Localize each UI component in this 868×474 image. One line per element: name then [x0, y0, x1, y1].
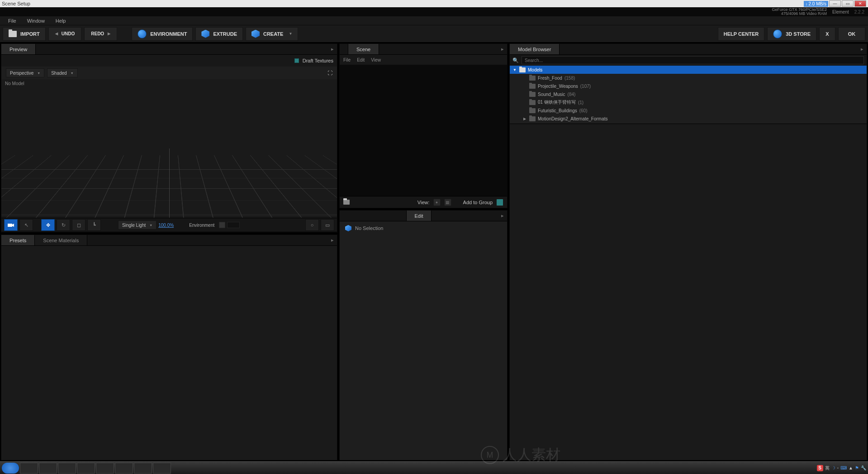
shading-mode-dropdown[interactable]: Shaded ▼: [47, 68, 77, 77]
tray-icon[interactable]: ▲: [849, 465, 853, 470]
tab-presets[interactable]: Presets: [1, 235, 35, 245]
taskbar-item[interactable]: [134, 463, 152, 474]
anchor-tool[interactable]: ┗: [87, 219, 101, 231]
tab-model-browser[interactable]: Model Browser: [510, 44, 560, 54]
minimize-button[interactable]: —: [829, 0, 841, 7]
help-center-button[interactable]: HELP CENTER: [718, 27, 764, 41]
viewport-3d[interactable]: No Model: [1, 79, 337, 218]
panel-expand-icon[interactable]: ▸: [328, 235, 337, 245]
scene-menu-file[interactable]: File: [343, 57, 351, 62]
zoom-value[interactable]: 100.0%: [158, 223, 174, 228]
view-mode-1-icon[interactable]: ●: [433, 199, 441, 206]
taskbar-item[interactable]: [58, 463, 76, 474]
fullscreen-icon[interactable]: ⛶: [327, 70, 332, 76]
add-to-group-checkbox[interactable]: [496, 199, 503, 206]
taskbar-item[interactable]: [39, 463, 57, 474]
expand-icon[interactable]: ▶: [522, 117, 527, 121]
tab-scene-materials[interactable]: Scene Materials: [35, 235, 87, 245]
view-mode-dropdown[interactable]: Perspective ▼: [6, 68, 44, 77]
rotate-tool[interactable]: ↻: [57, 219, 70, 231]
display-settings-icon[interactable]: ▭: [321, 219, 334, 231]
tree-item[interactable]: Projectile_Weapons (107): [510, 82, 867, 90]
tree-root-models[interactable]: ▼ Models: [510, 66, 867, 74]
search-input[interactable]: [522, 56, 864, 64]
environment-button[interactable]: ENVIRONMENT: [132, 27, 193, 41]
taskbar-item[interactable]: [77, 463, 95, 474]
tray-icon[interactable]: ⚑: [855, 465, 859, 470]
panel-expand-icon[interactable]: ▸: [498, 44, 507, 54]
close-button[interactable]: ✕: [854, 0, 866, 7]
folder-icon: [529, 76, 536, 81]
taskbar-item[interactable]: [115, 463, 133, 474]
tab-preview[interactable]: Preview: [1, 44, 36, 54]
tray-icon[interactable]: ◦: [837, 465, 839, 470]
menu-bar: File Window Help: [0, 16, 868, 25]
taskbar-item[interactable]: [96, 463, 114, 474]
main-toolbar: IMPORT ◀ UNDO REDO ▶ ENVIRONMENT EXTRUDE…: [0, 25, 868, 43]
light-mode-dropdown[interactable]: Single Light ▼: [118, 220, 157, 230]
ok-button[interactable]: OK: [838, 27, 865, 41]
environment-color[interactable]: [227, 222, 240, 228]
tray-icon[interactable]: ⌨: [840, 465, 847, 470]
taskbar-item[interactable]: [20, 463, 38, 474]
cube-icon: [201, 30, 209, 38]
render-settings-icon[interactable]: ○: [305, 219, 319, 231]
tree-item[interactable]: Futuristic_Buildings (60): [510, 106, 867, 115]
import-button[interactable]: IMPORT: [3, 27, 46, 41]
tree-item-label: Sound_Music: [538, 92, 565, 97]
presets-content: [1, 246, 337, 460]
draft-textures-checkbox[interactable]: [294, 58, 299, 63]
os-taskbar[interactable]: S 英 ☽ ◦ ⌨ ▲ ⚑ 🔧: [0, 461, 868, 474]
tray-icon[interactable]: ☽: [831, 465, 835, 470]
x-button[interactable]: X: [819, 27, 835, 41]
panel-expand-icon[interactable]: ▸: [498, 211, 507, 221]
redo-button[interactable]: REDO ▶: [84, 27, 117, 41]
folder-icon[interactable]: [343, 200, 350, 205]
tree-item[interactable]: Fresh_Food (158): [510, 74, 867, 82]
tab-scene[interactable]: Scene: [348, 44, 379, 54]
move-tool[interactable]: ✥: [41, 219, 55, 231]
menu-window[interactable]: Window: [22, 17, 50, 25]
start-button[interactable]: [2, 463, 19, 474]
tree-item-label: 01 钢铁侠手臂特写: [538, 99, 576, 105]
panel-expand-icon[interactable]: ▸: [858, 44, 867, 54]
scene-menu-view[interactable]: View: [371, 57, 381, 62]
store-button[interactable]: 3D STORE: [767, 27, 816, 41]
tree-item[interactable]: ▶MotionDesign2_Alternate_Formats: [510, 115, 867, 123]
globe-icon: [138, 29, 147, 38]
environment-swatch[interactable]: [219, 222, 225, 228]
taskbar-item[interactable]: [153, 463, 171, 474]
extrude-button[interactable]: EXTRUDE: [195, 27, 243, 41]
select-tool[interactable]: ↖: [19, 219, 33, 231]
preview-sub-toolbar: Draft Textures: [1, 55, 337, 67]
tree-item[interactable]: Sound_Music (84): [510, 90, 867, 98]
scene-menu-edit[interactable]: Edit: [357, 57, 365, 62]
tree-item-count: (60): [579, 108, 588, 113]
tree-item-count: (158): [564, 76, 575, 81]
panel-expand-icon[interactable]: ▸: [328, 44, 337, 54]
system-tray[interactable]: S 英 ☽ ◦ ⌨ ▲ ⚑ 🔧: [817, 465, 866, 471]
window-titlebar: Scene Setup ↓ 2.0 MB/s — ▭ ✕: [0, 0, 868, 7]
network-speed-badge[interactable]: ↓ 2.0 MB/s: [804, 1, 828, 7]
tree-item[interactable]: 01 钢铁侠手臂特写 (1): [510, 98, 867, 106]
scale-tool[interactable]: ◻: [72, 219, 85, 231]
preview-panel: Preview ▸ Draft Textures Perspective ▼ S…: [1, 43, 337, 233]
tree-item-count: (84): [568, 92, 576, 97]
scene-tree[interactable]: [340, 65, 507, 196]
create-button[interactable]: CREATE ▼: [246, 27, 298, 41]
camera-tool[interactable]: [4, 219, 18, 231]
maximize-button[interactable]: ▭: [842, 0, 854, 7]
ime-icon[interactable]: S: [817, 465, 823, 471]
menu-help[interactable]: Help: [50, 17, 71, 25]
collapse-icon[interactable]: ▼: [512, 68, 517, 72]
caret-down-icon: ▼: [289, 32, 292, 36]
view-mode-2-icon[interactable]: ▦: [444, 199, 451, 206]
tree-item-label: Projectile_Weapons: [538, 84, 578, 89]
tray-icon[interactable]: 🔧: [861, 465, 866, 470]
scene-bottom-bar: View: ● ▦ Add to Group: [340, 196, 507, 208]
menu-file[interactable]: File: [3, 17, 22, 25]
ime-label[interactable]: 英: [825, 465, 830, 471]
tab-edit[interactable]: Edit: [406, 211, 432, 221]
undo-button[interactable]: ◀ UNDO: [48, 27, 81, 41]
search-icon: 🔍: [512, 57, 519, 63]
